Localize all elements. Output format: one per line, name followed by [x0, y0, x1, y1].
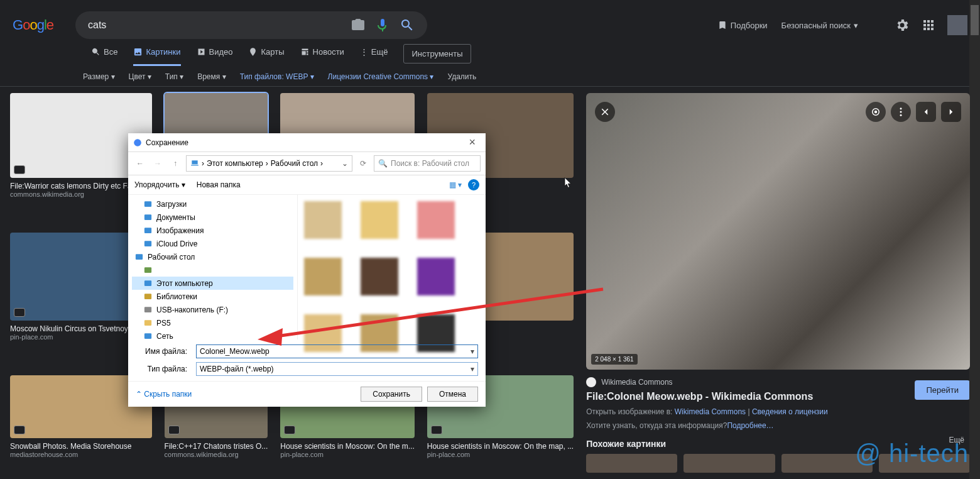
chrome-icon — [133, 138, 142, 147]
camera-icon[interactable] — [351, 18, 366, 33]
gear-icon[interactable] — [895, 18, 910, 33]
help-icon[interactable]: ? — [468, 179, 479, 190]
svg-point-0 — [874, 111, 878, 114]
nav-back-button[interactable]: ← — [133, 157, 147, 170]
pc-icon — [190, 159, 199, 168]
image-dimensions: 2 048 × 1 361 — [591, 354, 637, 365]
prev-image-button[interactable] — [916, 102, 936, 122]
tree-node[interactable]: Библиотеки — [132, 290, 293, 303]
file-thumb[interactable] — [361, 201, 398, 239]
result-title: House scientists in Moscow: On the map, … — [427, 442, 574, 451]
search-bar[interactable] — [75, 11, 427, 39]
go-button[interactable]: Перейти — [915, 380, 970, 400]
filter-size[interactable]: Размер ▾ — [83, 72, 115, 81]
save-button[interactable]: Сохранить — [361, 387, 422, 402]
page-scrollbar[interactable] — [969, 0, 980, 479]
more-icon[interactable] — [891, 102, 911, 122]
hide-folders-link[interactable]: ⌃ Скрыть папки — [136, 390, 192, 399]
similar-thumb[interactable] — [586, 454, 677, 473]
file-thumb[interactable] — [304, 258, 342, 295]
tree-node[interactable] — [132, 263, 293, 277]
tools-button[interactable]: Инструменты — [403, 44, 471, 63]
tree-node[interactable]: PS5 — [132, 316, 293, 329]
collections-link[interactable]: Подборки — [717, 20, 768, 30]
tab-more[interactable]: ⋮Ещё — [360, 47, 388, 66]
watermark: @ hi-tech — [855, 439, 969, 468]
dialog-title: Сохранение — [146, 138, 188, 147]
tree-node[interactable]: Сеть — [132, 329, 293, 339]
safesearch-link[interactable]: Безопасный поиск ▾ — [781, 20, 858, 30]
search-input[interactable] — [88, 19, 341, 31]
preview-image[interactable]: 2 048 × 1 361 — [586, 93, 970, 370]
organize-button[interactable]: Упорядочить ▾ — [134, 180, 185, 189]
lens-icon[interactable] — [866, 102, 886, 122]
svg-point-2 — [900, 111, 902, 113]
filter-type[interactable]: Тип ▾ — [165, 72, 183, 81]
file-thumb[interactable] — [304, 201, 342, 239]
filter-filetype[interactable]: Тип файлов: WEBP ▾ — [240, 72, 314, 81]
header: Google Подборки Безопасный поиск ▾ — [0, 0, 980, 44]
tab-images[interactable]: Картинки — [133, 47, 180, 66]
svg-rect-15 — [144, 333, 151, 339]
filter-license[interactable]: Лицензии Creative Commons ▾ — [328, 72, 434, 81]
result-title: House scientists in Moscow: On the m... — [280, 442, 414, 451]
mic-icon[interactable] — [375, 18, 390, 33]
svg-rect-8 — [144, 241, 151, 246]
google-logo[interactable]: Google — [13, 17, 53, 33]
preview-source[interactable]: Wikimedia Commons — [586, 377, 970, 387]
tree-node[interactable]: iCloud Drive — [132, 237, 293, 250]
tab-news[interactable]: Новости — [300, 47, 344, 66]
file-thumb[interactable] — [417, 201, 455, 239]
search-icon[interactable] — [400, 18, 415, 33]
nav-up-button[interactable]: ↑ — [168, 157, 182, 170]
dialog-search[interactable]: 🔍Поиск в: Рабочий стол — [374, 155, 481, 172]
open-in-link[interactable]: Wikimedia Commons — [675, 407, 746, 416]
tree-node[interactable]: Загрузки — [132, 197, 293, 211]
open-in-line: Открыть изображение в: Wikimedia Commons… — [586, 407, 970, 416]
view-button[interactable]: ▦ ▾ — [449, 180, 462, 189]
result-source: pin-place.com — [427, 451, 574, 458]
favicon-icon — [586, 377, 596, 387]
tree-node[interactable]: USB-накопитель (F:) — [132, 303, 293, 316]
newfolder-button[interactable]: Новая папка — [197, 180, 241, 189]
svg-rect-14 — [144, 320, 151, 326]
svg-point-4 — [134, 139, 141, 146]
cancel-button[interactable]: Отмена — [427, 387, 478, 402]
similar-thumb[interactable] — [683, 454, 775, 473]
svg-point-3 — [900, 114, 902, 116]
nav-fwd-button[interactable]: → — [151, 157, 165, 170]
refresh-button[interactable]: ⟳ — [356, 157, 370, 170]
search-tabs: Все Картинки Видео Карты Новости ⋮Ещё Ин… — [0, 44, 980, 69]
filter-color[interactable]: Цвет ▾ — [129, 72, 151, 81]
dialog-close-button[interactable]: × — [464, 136, 481, 149]
account-avatar[interactable] — [947, 15, 967, 35]
file-thumb[interactable] — [361, 258, 398, 295]
filetype-select[interactable]: WEBP-файл (*.webp) — [196, 362, 478, 376]
apps-icon[interactable] — [921, 18, 936, 33]
tab-all[interactable]: Все — [91, 47, 117, 66]
address-bar[interactable]: ›Этот компьютер›Рабочий стол› ⌄ — [186, 155, 352, 172]
next-image-button[interactable] — [941, 102, 961, 122]
filter-time[interactable]: Время ▾ — [197, 72, 226, 81]
tree-node[interactable]: Изображения — [132, 224, 293, 237]
disclaimer-more[interactable]: Подробнее… — [727, 421, 773, 430]
preview-title: File:Colonel Meow.webp - Wikimedia Commo… — [586, 391, 970, 402]
filename-input[interactable]: Colonel_Meow.webp — [196, 344, 478, 358]
save-dialog: Сохранение × ← → ↑ ›Этот компьютер›Рабоч… — [128, 133, 486, 407]
tab-maps[interactable]: Карты — [248, 47, 284, 66]
filter-bar: Размер ▾ Цвет ▾ Тип ▾ Время ▾ Тип файлов… — [0, 69, 980, 86]
result-source: mediastorehouse.com — [10, 451, 152, 458]
filter-clear[interactable]: Удалить — [447, 72, 476, 81]
file-thumb[interactable] — [417, 258, 455, 295]
tree-node[interactable]: Рабочий стол — [132, 250, 293, 263]
result-source: pin-place.com — [280, 451, 414, 458]
result-source: commons.wikimedia.org — [165, 451, 268, 458]
tab-video[interactable]: Видео — [197, 47, 233, 66]
tree-node[interactable]: Этот компьютер — [132, 277, 293, 290]
tree-node[interactable]: Документы — [132, 211, 293, 224]
svg-rect-5 — [144, 201, 151, 207]
license-link[interactable]: Сведения о лицензии — [752, 407, 828, 416]
svg-point-1 — [900, 107, 902, 109]
filetype-label: Тип файла: — [136, 365, 192, 373]
close-preview-button[interactable] — [595, 102, 615, 122]
